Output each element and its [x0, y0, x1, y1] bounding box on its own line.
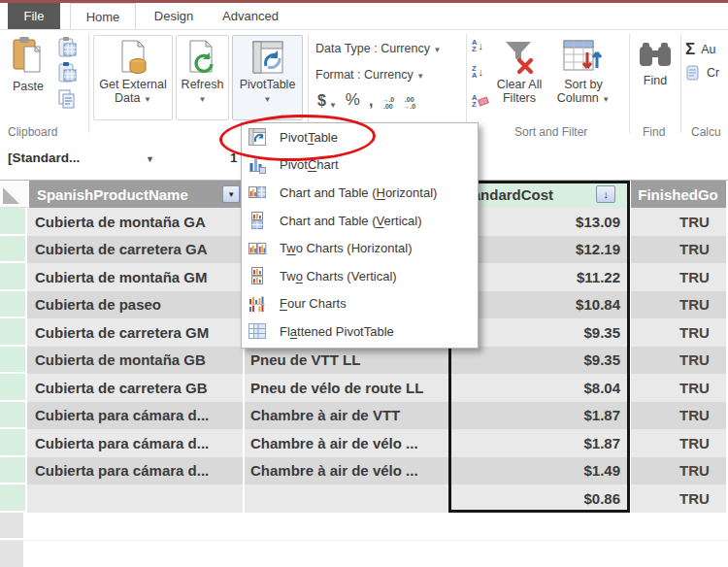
menu-item-pivotchart[interactable]: PivotChart: [242, 151, 478, 180]
clear-sort-button[interactable]: AZ: [472, 94, 493, 108]
paste-replace-icon: [56, 36, 78, 61]
menu-item-chart-table-vertical[interactable]: Chart and Table (Vertical): [242, 207, 478, 235]
sort-az-button[interactable]: AZ↓: [472, 39, 493, 52]
row-selector[interactable]: [0, 484, 27, 513]
row-selector[interactable]: [0, 236, 27, 264]
cell-finished-goods[interactable]: TRU: [631, 374, 728, 402]
row-selector[interactable]: [0, 318, 27, 347]
row-selector[interactable]: [0, 263, 27, 291]
cell-standard-cost[interactable]: $8.04: [451, 374, 631, 402]
select-all-corner[interactable]: [0, 181, 29, 208]
table-row: $0.86 TRU: [0, 484, 728, 513]
pivottable-button[interactable]: PivotTable▼: [232, 35, 303, 120]
comma-format-button[interactable]: ,: [369, 92, 373, 110]
currency-caret[interactable]: ▼: [329, 102, 337, 110]
cell-spanish-product-name[interactable]: Cubierta para cámara d...: [27, 429, 245, 457]
decrease-decimal-icon[interactable]: .00→.0: [403, 96, 415, 110]
paste-replace-button[interactable]: [52, 36, 82, 61]
increase-decimal-icon[interactable]: →.0.00: [381, 96, 394, 110]
cell-spanish-product-name[interactable]: Cubierta de montaña GB: [27, 347, 245, 375]
cell-standard-cost[interactable]: $0.86: [451, 484, 631, 513]
create-kpi-button[interactable]: Cr: [685, 65, 719, 81]
chart-table-vertical-icon: [248, 211, 267, 230]
cell-finished-goods[interactable]: TRU: [631, 457, 728, 485]
row-selector[interactable]: [0, 208, 27, 236]
percent-format-button[interactable]: %: [346, 90, 360, 110]
autosum-button[interactable]: Σ Au: [685, 40, 716, 59]
cell-finished-goods[interactable]: TRU: [631, 291, 728, 319]
tab-advanced[interactable]: Advanced: [214, 3, 287, 29]
four-charts-icon: [248, 294, 267, 314]
cell-standard-cost[interactable]: $1.87: [451, 429, 631, 457]
column-header-standardcost[interactable]: StandardCost ↓: [452, 181, 632, 208]
sort-by-column-button[interactable]: Sort by Column ▼: [549, 35, 617, 118]
sort-za-button[interactable]: ZA↓: [472, 65, 493, 79]
menu-item-four-charts[interactable]: Four Charts: [242, 290, 478, 318]
row-selector[interactable]: [0, 429, 27, 457]
cell-spanish-product-name[interactable]: Cubierta para cámara d...: [27, 457, 245, 485]
empty-row[interactable]: [0, 541, 728, 567]
sort-filter-group-label: Sort and Filter: [514, 125, 587, 139]
cell-standard-cost[interactable]: $1.87: [451, 402, 631, 430]
cell-finished-goods[interactable]: TRU: [631, 347, 728, 375]
cell-french-product-name[interactable]: [245, 484, 451, 513]
format-dropdown[interactable]: Format : Currency ▼: [315, 68, 424, 82]
clear-all-filters-button[interactable]: Clear All Filters: [493, 35, 546, 118]
sort-descending-icon[interactable]: ↓: [596, 185, 615, 203]
row-selector[interactable]: [0, 291, 27, 319]
tab-design[interactable]: Design: [142, 3, 206, 29]
menu-item-flattened-pivottable[interactable]: Flattened PivotTable: [242, 317, 478, 346]
tab-home[interactable]: Home: [70, 3, 136, 30]
cell-standard-cost[interactable]: $1.49: [451, 457, 631, 485]
cell-finished-goods[interactable]: TRU: [631, 402, 728, 430]
row-selector[interactable]: [0, 541, 25, 567]
menu-item-two-charts-vertical[interactable]: Two Charts (Vertical): [242, 262, 478, 290]
cell-finished-goods[interactable]: TRU: [631, 429, 728, 457]
menu-item-pivottable[interactable]: PivotTable: [242, 123, 478, 151]
column-header-finishedgoods[interactable]: FinishedGo: [631, 181, 728, 208]
data-type-dropdown[interactable]: Data Type : Currency ▼: [315, 42, 441, 55]
name-box[interactable]: [Standard...: [8, 150, 80, 165]
cell-spanish-product-name[interactable]: Cubierta para cámara d...: [27, 402, 245, 430]
cell-finished-goods[interactable]: TRU: [631, 318, 728, 347]
cell-spanish-product-name[interactable]: Cubierta de carretera GB: [27, 374, 245, 402]
currency-format-button[interactable]: $: [317, 92, 326, 110]
cell-spanish-product-name[interactable]: [27, 484, 245, 513]
clipboard-icon: [10, 35, 47, 78]
name-box-caret-icon[interactable]: ▼: [146, 154, 154, 164]
row-selector[interactable]: [0, 374, 27, 402]
get-external-data-button[interactable]: Get External Data ▼: [93, 35, 173, 120]
row-selector[interactable]: [0, 513, 25, 541]
cell-french-product-name[interactable]: Chambre à air de vélo ...: [245, 429, 451, 457]
empty-row[interactable]: [0, 513, 728, 542]
cell-finished-goods[interactable]: TRU: [631, 484, 728, 513]
flattened-pivottable-icon: [248, 321, 267, 341]
paste-button[interactable]: Paste: [6, 35, 50, 118]
cell-french-product-name[interactable]: Pneu de vélo de route LL: [245, 374, 451, 402]
copy-button[interactable]: [52, 88, 82, 114]
refresh-button[interactable]: Refresh▼: [176, 35, 229, 120]
cell-spanish-product-name[interactable]: Cubierta de paseo: [27, 291, 245, 319]
formula-input[interactable]: 1: [230, 150, 238, 165]
row-selector[interactable]: [0, 402, 27, 430]
cell-french-product-name[interactable]: Chambre à air de VTT: [245, 402, 451, 430]
cell-finished-goods[interactable]: TRU: [631, 236, 728, 264]
cell-standard-cost[interactable]: $9.35: [451, 347, 631, 375]
filter-dropdown-icon[interactable]: ▼: [222, 185, 240, 203]
row-selector[interactable]: [0, 347, 27, 375]
tab-file[interactable]: File: [8, 3, 60, 29]
row-selector[interactable]: [0, 457, 27, 485]
cell-spanish-product-name[interactable]: Cubierta de montaña GM: [27, 263, 245, 291]
cell-spanish-product-name[interactable]: Cubierta de carretera GA: [27, 236, 245, 264]
cell-finished-goods[interactable]: TRU: [631, 208, 728, 236]
cell-french-product-name[interactable]: Chambre à air de vélo ...: [245, 457, 451, 485]
menu-item-two-charts-horizontal[interactable]: Two Charts (Horizontal): [242, 234, 478, 262]
cell-finished-goods[interactable]: TRU: [631, 263, 728, 291]
find-button[interactable]: Find: [633, 35, 678, 118]
paste-append-button[interactable]: [52, 61, 82, 88]
cell-spanish-product-name[interactable]: Cubierta de carretera GM: [27, 318, 245, 347]
menu-item-chart-table-horizontal[interactable]: Chart and Table (Horizontal): [242, 179, 478, 207]
cell-spanish-product-name[interactable]: Cubierta de montaña GA: [27, 208, 245, 236]
column-header-spanishproductname[interactable]: SpanishProductName ▼: [29, 181, 246, 208]
cell-french-product-name[interactable]: Pneu de VTT LL: [245, 347, 451, 375]
